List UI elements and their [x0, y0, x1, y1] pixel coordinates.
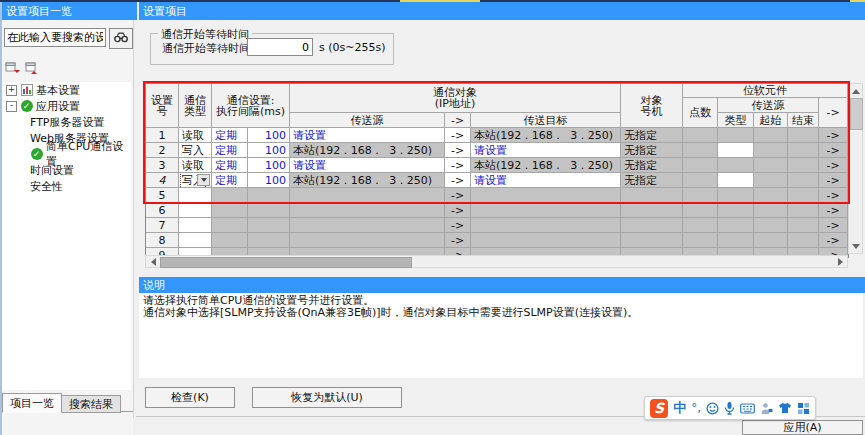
comm-type-cell[interactable]	[179, 203, 212, 218]
tab-item-list[interactable]: 项目一览	[2, 393, 62, 413]
transfer-dest-cell[interactable]	[471, 233, 621, 248]
collapse-icon[interactable]: -	[6, 101, 17, 112]
comm-setting-cell[interactable]	[212, 188, 248, 203]
arrow-cell: ->	[819, 158, 848, 173]
transfer-source-cell[interactable]: 本站(192 . 168 . 3 . 250)	[290, 173, 445, 188]
row-number[interactable]: 7	[146, 218, 179, 233]
transfer-source-cell[interactable]	[290, 188, 445, 203]
target-station-cell[interactable]	[621, 203, 683, 218]
restore-default-button[interactable]: 恢复为默认(U)	[252, 387, 402, 408]
interval-cell[interactable]	[248, 203, 290, 218]
transfer-dest-cell[interactable]	[471, 218, 621, 233]
interval-cell[interactable]	[248, 218, 290, 233]
target-station-cell[interactable]: 无指定	[621, 143, 683, 158]
transfer-source-cell[interactable]	[290, 203, 445, 218]
bit-start-cell	[754, 218, 788, 233]
transfer-dest-cell[interactable]	[471, 203, 621, 218]
bit-type-cell[interactable]	[718, 143, 754, 158]
punctuation-icon[interactable]: °,	[691, 401, 701, 415]
expand-all-icon[interactable]	[24, 60, 40, 76]
transfer-dest-cell[interactable]: 请设置	[471, 173, 621, 188]
tree-item-应用设置[interactable]: -✓应用设置	[2, 98, 131, 114]
scroll-down-icon[interactable]	[849, 240, 862, 253]
table-horizontal-scrollbar[interactable]	[145, 255, 848, 268]
person-icon[interactable]	[760, 402, 773, 415]
transfer-source-cell[interactable]: 请设置	[290, 128, 445, 143]
interval-cell[interactable]: 100	[248, 143, 290, 158]
comm-setting-cell[interactable]: 定期	[212, 158, 248, 173]
comm-type-cell[interactable]: 读取	[179, 128, 212, 143]
bit-type-cell[interactable]	[718, 173, 754, 188]
tree-item-基本设置[interactable]: +基本设置	[2, 82, 131, 98]
scroll-up-icon[interactable]	[849, 84, 862, 97]
interval-cell[interactable]	[248, 188, 290, 203]
tree-item-label: 基本设置	[36, 83, 80, 98]
comm-setting-cell[interactable]	[212, 218, 248, 233]
row-number[interactable]: 5	[146, 188, 179, 203]
interval-cell[interactable]: 100	[248, 158, 290, 173]
horizontal-scroll-thumb[interactable]	[160, 257, 412, 268]
row-number[interactable]: 3	[146, 158, 179, 173]
tree-item-简单CPU通信设置[interactable]: ✓简单CPU通信设置	[2, 146, 131, 162]
transfer-source-cell[interactable]	[290, 233, 445, 248]
target-station-cell[interactable]	[621, 188, 683, 203]
comm-type-cell[interactable]	[179, 233, 212, 248]
panel-splitter[interactable]	[133, 20, 134, 418]
search-button[interactable]	[109, 28, 133, 49]
vertical-scroll-thumb[interactable]	[850, 98, 863, 130]
row-number[interactable]: 8	[146, 233, 179, 248]
keyboard-icon[interactable]	[740, 403, 755, 414]
comm-type-cell[interactable]	[179, 188, 212, 203]
left-panel-tabs: 项目一览 搜索结果	[2, 393, 121, 413]
comm-type-cell[interactable]	[179, 218, 212, 233]
comm-type-cell[interactable]: 写入	[179, 173, 212, 188]
row-number[interactable]: 2	[146, 143, 179, 158]
transfer-source-cell[interactable]: 请设置	[290, 158, 445, 173]
row-number[interactable]: 4	[146, 173, 179, 188]
points-cell	[683, 128, 718, 143]
comm-setting-cell[interactable]: 定期	[212, 128, 248, 143]
emoji-icon[interactable]	[706, 402, 719, 415]
comm-setting-cell[interactable]: 定期	[212, 143, 248, 158]
row-number[interactable]: 1	[146, 128, 179, 143]
dropdown-arrow-icon[interactable]	[197, 174, 210, 186]
row-number[interactable]: 6	[146, 203, 179, 218]
comm-setting-cell[interactable]	[212, 233, 248, 248]
transfer-source-cell[interactable]: 本站(192 . 168 . 3 . 250)	[290, 143, 445, 158]
sogou-logo-icon[interactable]: S	[650, 399, 668, 418]
comm-type-cell[interactable]: 读取	[179, 158, 212, 173]
tree-item-FTP服务器设置[interactable]: FTP服务器设置	[2, 114, 131, 130]
comm-type-cell[interactable]: 写入	[179, 143, 212, 158]
scroll-left-icon[interactable]	[146, 256, 159, 267]
tab-search-results[interactable]: 搜索结果	[62, 395, 121, 413]
interval-cell[interactable]: 100	[248, 173, 290, 188]
skin-shirt-icon[interactable]	[778, 402, 792, 414]
interval-cell[interactable]: 100	[248, 128, 290, 143]
toolbox-grid-icon[interactable]	[797, 402, 810, 415]
wait-time-label: 通信开始等待时间	[162, 41, 250, 56]
target-station-cell[interactable]	[621, 233, 683, 248]
collapse-all-icon[interactable]	[4, 60, 20, 76]
transfer-dest-cell[interactable]: 本站(192 . 168 . 3 . 250)	[471, 158, 621, 173]
tree-item-安全性[interactable]: 安全性	[2, 178, 131, 194]
target-station-cell[interactable]: 无指定	[621, 158, 683, 173]
transfer-source-cell[interactable]	[290, 218, 445, 233]
chinese-mode-icon[interactable]: 中	[673, 399, 686, 417]
table-vertical-scrollbar[interactable]	[848, 83, 863, 254]
comm-setting-cell[interactable]	[212, 203, 248, 218]
search-input[interactable]	[4, 28, 106, 47]
expand-icon[interactable]: +	[6, 85, 17, 96]
transfer-dest-cell[interactable]: 本站(192 . 168 . 3 . 250)	[471, 128, 621, 143]
interval-cell[interactable]	[248, 233, 290, 248]
comm-setting-cell[interactable]: 定期	[212, 173, 248, 188]
microphone-icon[interactable]	[724, 401, 735, 415]
target-station-cell[interactable]: 无指定	[621, 128, 683, 143]
transfer-dest-cell[interactable]	[471, 188, 621, 203]
check-button[interactable]: 检查(K)	[145, 387, 235, 408]
transfer-dest-cell[interactable]: 请设置	[471, 143, 621, 158]
apply-button[interactable]: 应用(A)	[742, 420, 863, 435]
target-station-cell[interactable]: 无指定	[621, 173, 683, 188]
target-station-cell[interactable]	[621, 218, 683, 233]
wait-time-input[interactable]	[247, 38, 313, 56]
scroll-right-icon[interactable]	[834, 256, 847, 267]
